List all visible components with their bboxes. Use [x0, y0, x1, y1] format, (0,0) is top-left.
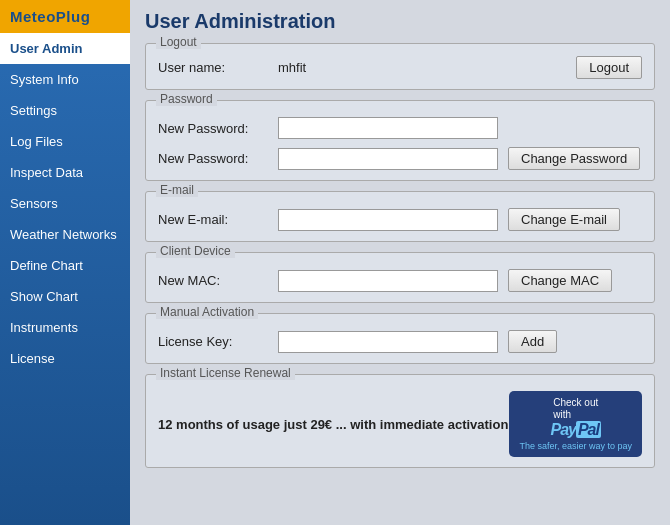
manual-activation-legend: Manual Activation [156, 305, 258, 319]
new-password-input-2[interactable] [278, 148, 498, 170]
paypal-checkout-button[interactable]: Check out with PayPal The safer, easier … [509, 391, 642, 457]
email-legend: E-mail [156, 183, 198, 197]
logout-button[interactable]: Logout [576, 56, 642, 79]
sidebar-item-sensors[interactable]: Sensors [0, 188, 130, 219]
new-email-label: New E-mail: [158, 212, 278, 227]
manual-activation-section: Manual Activation License Key: Add [145, 313, 655, 364]
paypal-logo: PayPal [550, 421, 600, 439]
new-password-input-1[interactable] [278, 117, 498, 139]
sidebar-item-define-chart[interactable]: Define Chart [0, 250, 130, 281]
sidebar-item-inspect-data[interactable]: Inspect Data [0, 157, 130, 188]
client-device-legend: Client Device [156, 244, 235, 258]
sidebar-item-license[interactable]: License [0, 343, 130, 374]
new-email-input[interactable] [278, 209, 498, 231]
sidebar-item-log-files[interactable]: Log Files [0, 126, 130, 157]
new-mac-label: New MAC: [158, 273, 278, 288]
license-key-input[interactable] [278, 331, 498, 353]
instant-license-text: 12 months of usage just 29€ ... with imm… [158, 417, 508, 432]
sidebar-item-instruments[interactable]: Instruments [0, 312, 130, 343]
new-mac-input[interactable] [278, 270, 498, 292]
paypal-sub-text: The safer, easier way to pay [519, 441, 632, 451]
client-device-section: Client Device New MAC: Change MAC [145, 252, 655, 303]
main-content: User Administration Logout User name: mh… [130, 0, 670, 525]
password-section: Password New Password: New Password: Cha… [145, 100, 655, 181]
instant-license-section: Instant License Renewal 12 months of usa… [145, 374, 655, 468]
password-legend: Password [156, 92, 217, 106]
change-email-button[interactable]: Change E-mail [508, 208, 620, 231]
new-password-label-2: New Password: [158, 151, 278, 166]
username-label: User name: [158, 60, 278, 75]
sidebar-item-settings[interactable]: Settings [0, 95, 130, 126]
email-section: E-mail New E-mail: Change E-mail [145, 191, 655, 242]
change-mac-button[interactable]: Change MAC [508, 269, 612, 292]
sidebar: MeteoPlug User AdminSystem InfoSettingsL… [0, 0, 130, 525]
add-button[interactable]: Add [508, 330, 557, 353]
logout-legend: Logout [156, 35, 201, 49]
logout-section: Logout User name: mhfit Logout [145, 43, 655, 90]
license-key-label: License Key: [158, 334, 278, 349]
new-password-label-1: New Password: [158, 121, 278, 136]
sidebar-item-weather-networks[interactable]: Weather Networks [0, 219, 130, 250]
page-title: User Administration [145, 10, 655, 33]
instant-license-legend: Instant License Renewal [156, 366, 295, 380]
sidebar-item-show-chart[interactable]: Show Chart [0, 281, 130, 312]
paypal-checkout-text: Check out with [553, 397, 598, 421]
sidebar-item-user-admin[interactable]: User Admin [0, 33, 130, 64]
change-password-button[interactable]: Change Password [508, 147, 640, 170]
sidebar-item-system-info[interactable]: System Info [0, 64, 130, 95]
sidebar-logo: MeteoPlug [0, 0, 130, 33]
username-value: mhfit [278, 60, 566, 75]
